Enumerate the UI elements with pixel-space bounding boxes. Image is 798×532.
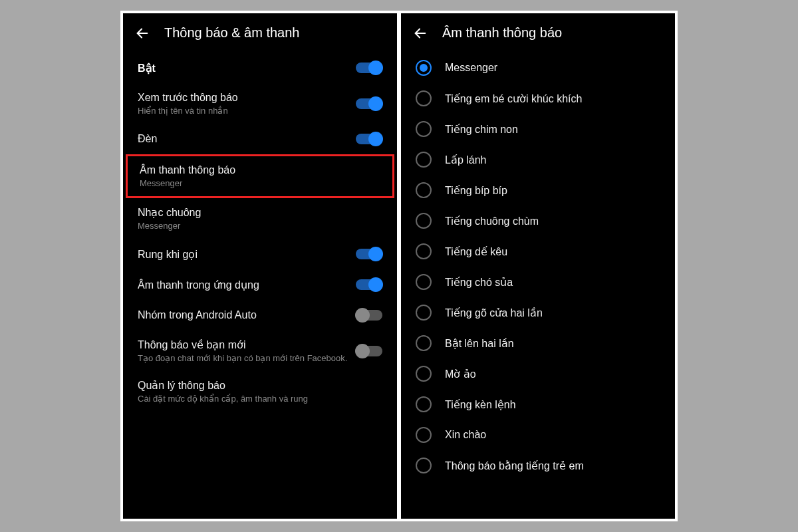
settings-list: BậtXem trước thông báoHiển thị tên và ti… (123, 50, 397, 414)
setting-title: Quản lý thông báo (138, 379, 308, 392)
radio-icon[interactable] (416, 243, 432, 259)
setting-subtitle: Hiển thị tên và tin nhắn (138, 106, 238, 116)
right-title: Âm thanh thông báo (442, 25, 562, 41)
sound-option[interactable]: Xin chào (401, 420, 675, 450)
sound-option[interactable]: Mờ ảo (401, 358, 675, 389)
radio-icon[interactable] (416, 90, 432, 106)
sound-option[interactable]: Tiếng dế kêu (401, 236, 675, 267)
sound-label: Tiếng dế kêu (445, 245, 507, 258)
sound-option[interactable]: Tiếng kèn lệnh (401, 389, 675, 420)
radio-icon[interactable] (416, 305, 432, 321)
left-header: Thông báo & âm thanh (123, 13, 397, 50)
settings-row[interactable]: Quản lý thông báoCài đặt mức độ khẩn cấp… (123, 371, 397, 412)
back-icon[interactable] (413, 26, 428, 41)
toggle-switch[interactable] (356, 279, 382, 290)
toggle-switch[interactable] (356, 98, 382, 109)
setting-subtitle: Cài đặt mức độ khẩn cấp, âm thanh và run… (138, 394, 308, 404)
setting-title: Âm thanh trong ứng dụng (138, 279, 259, 291)
settings-row[interactable]: Bật (123, 53, 397, 83)
sound-option[interactable]: Tiếng chó sủa (401, 267, 675, 297)
right-header: Âm thanh thông báo (401, 13, 675, 50)
radio-icon[interactable] (416, 274, 432, 290)
sound-option[interactable]: Lấp lánh (401, 144, 675, 175)
left-panel: Thông báo & âm thanh BậtXem trước thông … (123, 13, 397, 519)
settings-row[interactable]: Nhạc chuôngMessenger (123, 198, 397, 239)
sound-label: Tiếng chuông chùm (445, 215, 539, 227)
setting-title: Âm thanh thông báo (140, 164, 235, 176)
settings-row[interactable]: Đèn (123, 124, 397, 154)
sound-label: Xin chào (445, 429, 486, 441)
sound-label: Tiếng chó sủa (445, 276, 513, 289)
radio-icon[interactable] (416, 458, 432, 473)
toggle-switch[interactable] (356, 346, 382, 356)
radio-icon[interactable] (416, 396, 432, 412)
sound-label: Tiếng gõ cửa hai lần (445, 307, 543, 319)
setting-subtitle: Messenger (140, 178, 235, 188)
setting-subtitle: Messenger (138, 221, 201, 231)
sound-label: Tiếng em bé cười khúc khích (445, 92, 582, 105)
sound-option[interactable]: Tiếng gõ cửa hai lần (401, 297, 675, 328)
sound-option[interactable]: Tiếng chim non (401, 114, 675, 144)
toggle-switch[interactable] (356, 310, 382, 321)
settings-row[interactable]: Thông báo về bạn mớiTạo đoạn chat mới kh… (123, 331, 397, 371)
radio-icon[interactable] (416, 121, 432, 137)
radio-icon[interactable] (416, 427, 432, 443)
setting-title: Nhạc chuông (138, 206, 201, 219)
left-title: Thông báo & âm thanh (164, 25, 299, 41)
toggle-switch[interactable] (356, 134, 382, 144)
setting-title: Rung khi gọi (138, 248, 198, 261)
sound-option[interactable]: Tiếng bíp bíp (401, 175, 675, 205)
setting-title: Nhóm trong Android Auto (138, 309, 257, 321)
setting-title: Thông báo về bạn mới (138, 338, 347, 351)
settings-row[interactable]: Âm thanh trong ứng dụng (123, 269, 397, 300)
sound-label: Messenger (445, 62, 497, 74)
sound-option[interactable]: Tiếng em bé cười khúc khích (401, 83, 675, 114)
sound-option[interactable]: Bật lên hai lần (401, 328, 675, 358)
settings-row[interactable]: Xem trước thông báoHiển thị tên và tin n… (123, 83, 397, 124)
radio-icon[interactable] (416, 152, 432, 168)
settings-row[interactable]: Nhóm trong Android Auto (123, 300, 397, 331)
settings-row[interactable]: Rung khi gọi (123, 239, 397, 269)
toggle-switch[interactable] (356, 63, 382, 73)
radio-icon[interactable] (416, 366, 432, 382)
radio-icon[interactable] (416, 60, 432, 76)
radio-icon[interactable] (416, 182, 432, 198)
sound-label: Tiếng kèn lệnh (445, 398, 516, 411)
sound-label: Mờ ảo (445, 368, 476, 380)
setting-title: Đèn (138, 133, 157, 145)
sound-label: Thông báo bằng tiếng trẻ em (445, 460, 584, 472)
sound-label: Lấp lánh (445, 154, 487, 166)
sound-label: Bật lên hai lần (445, 337, 514, 350)
sound-label: Tiếng bíp bíp (445, 184, 507, 197)
radio-icon[interactable] (416, 335, 432, 351)
screenshot-container: Thông báo & âm thanh BậtXem trước thông … (120, 11, 678, 521)
radio-icon[interactable] (416, 213, 432, 229)
right-panel: Âm thanh thông báo MessengerTiếng em bé … (401, 13, 675, 519)
back-icon[interactable] (135, 26, 150, 41)
sound-option[interactable]: Messenger (401, 53, 675, 83)
settings-row[interactable]: Âm thanh thông báoMessenger (128, 156, 392, 196)
setting-title: Xem trước thông báo (138, 91, 238, 104)
sound-option[interactable]: Tiếng chuông chùm (401, 205, 675, 236)
sound-option[interactable]: Thông báo bằng tiếng trẻ em (401, 450, 675, 481)
toggle-switch[interactable] (356, 249, 382, 259)
setting-title: Bật (138, 62, 156, 74)
sound-options-list: MessengerTiếng em bé cười khúc khíchTiến… (401, 50, 675, 483)
sound-label: Tiếng chim non (445, 123, 518, 136)
setting-subtitle: Tạo đoạn chat mới khi bạn có bạn mới trê… (138, 353, 347, 363)
